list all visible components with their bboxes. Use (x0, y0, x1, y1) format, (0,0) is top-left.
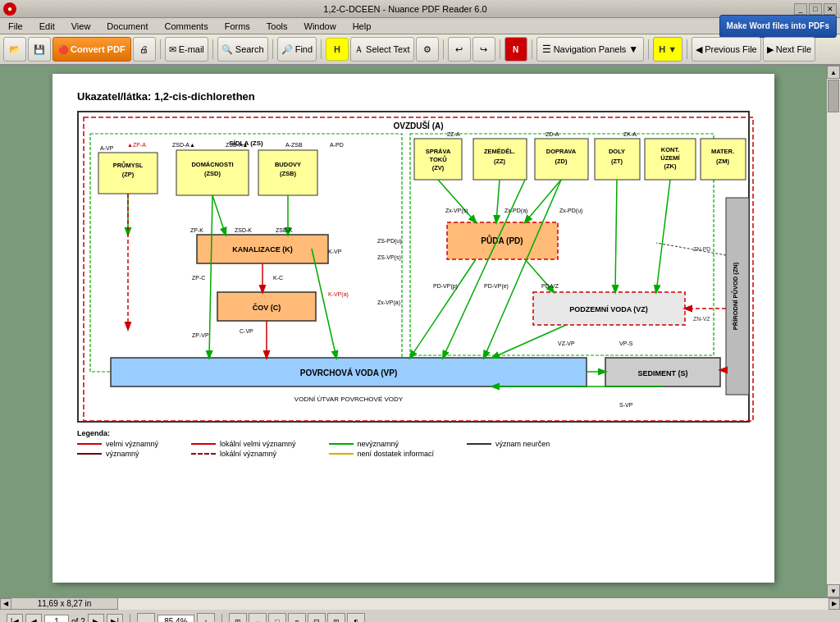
total-pages: 2 (80, 617, 85, 622)
undo-button[interactable]: ↩ (448, 37, 471, 62)
diagram-container: OVZDUŠÍ (A) PRŮMYSL (ZP) SÍDLA (ZS) DOMÁ… (77, 111, 750, 423)
convert-pdf-button[interactable]: 🔴 Convert PDF (52, 37, 131, 62)
maximize-button[interactable]: □ (809, 3, 822, 15)
legend-item-2: významný (77, 450, 158, 458)
scroll-right-button[interactable]: ▶ (829, 598, 840, 610)
email-button[interactable]: ✉ E-mail (165, 37, 208, 62)
single-page-button[interactable]: □ (268, 613, 286, 623)
open-button[interactable]: 📂 (3, 37, 26, 62)
menu-view[interactable]: View (66, 18, 96, 34)
page-of-label: of (71, 617, 78, 622)
svg-line-101 (484, 180, 561, 358)
last-page-button[interactable]: ▶| (107, 614, 123, 623)
menu-document[interactable]: Document (102, 18, 153, 34)
svg-text:(ZD): (ZD) (555, 158, 568, 165)
first-page-button[interactable]: |◀ (7, 614, 23, 623)
svg-text:A-PD: A-PD (330, 142, 344, 148)
nuance-button[interactable]: N (504, 37, 527, 62)
svg-text:TOKŮ: TOKŮ (429, 155, 446, 163)
svg-text:PODZEMNÍ VODA (VZ): PODZEMNÍ VODA (VZ) (569, 305, 648, 313)
print-button[interactable]: 🖨 (133, 37, 156, 62)
convert-label: Convert PDF (71, 44, 126, 54)
menu-forms[interactable]: Forms (220, 18, 255, 34)
pdf-page: Ukazatel/látka: 1,2-cis-dichlorethen OVZ… (52, 74, 774, 583)
page-number-input[interactable] (44, 615, 69, 623)
prev-file-button[interactable]: ◀ Previous File (692, 37, 761, 62)
scroll-bar-vertical[interactable]: ▲ ▼ (827, 66, 840, 597)
prev-file-icon: ◀ (696, 44, 702, 55)
redo-button[interactable]: ↪ (472, 37, 495, 62)
nav-dropdown-icon: ▼ (628, 43, 638, 55)
menu-help[interactable]: Help (348, 18, 377, 34)
two-page-button[interactable]: ⊟ (308, 613, 326, 623)
svg-text:(ZSB): (ZSB) (280, 170, 296, 177)
page-navigation[interactable]: |◀ ◀ of 2 ▶ ▶| (7, 614, 123, 623)
svg-line-60 (525, 180, 561, 222)
zoom-controls[interactable]: − 85,4% + (137, 613, 215, 623)
highlight-button[interactable]: H (326, 38, 349, 61)
svg-text:SEDIMENT (S): SEDIMENT (S) (637, 369, 687, 377)
settings-button[interactable]: ⚙ (416, 37, 439, 62)
find-button[interactable]: 🔎 Find (277, 37, 317, 62)
scroll-track-horizontal[interactable] (118, 598, 829, 610)
svg-text:Zx-PD(u): Zx-PD(u) (559, 208, 582, 214)
zoom-out-button[interactable]: − (137, 613, 155, 623)
minimize-button[interactable]: _ (794, 3, 807, 15)
prev-page-button[interactable]: ◀ (25, 614, 42, 623)
scroll-up-button[interactable]: ▲ (827, 66, 840, 79)
menu-file[interactable]: File (3, 18, 28, 34)
svg-text:ZEMĚDĚL.: ZEMĚDĚL. (484, 148, 515, 155)
menu-edit[interactable]: Edit (34, 18, 60, 34)
svg-text:ZSD-A▲: ZSD-A▲ (172, 142, 195, 148)
next-file-button[interactable]: ▶ Next File (763, 37, 815, 62)
save-button[interactable]: 💾 (28, 37, 51, 62)
svg-line-59 (496, 180, 500, 222)
nav-panel-icon: ☰ (542, 43, 551, 55)
svg-text:ČOV (C): ČOV (C) (253, 303, 281, 312)
svg-text:ZP-K: ZP-K (190, 227, 203, 233)
svg-line-58 (438, 180, 476, 222)
next-page-button[interactable]: ▶ (88, 614, 104, 623)
svg-text:ZSB-K: ZSB-K (276, 227, 293, 233)
menu-window[interactable]: Window (299, 18, 341, 34)
select-text-button[interactable]: Ａ Select Text (350, 37, 414, 62)
menu-comments[interactable]: Comments (160, 18, 213, 34)
close-button[interactable]: ✕ (824, 3, 837, 15)
svg-text:MATER.: MATER. (711, 148, 734, 155)
svg-text:ÚZEMÍ: ÚZEMÍ (660, 154, 680, 162)
toolbar-separator-3 (272, 39, 273, 59)
svg-text:ZN-VZ: ZN-VZ (693, 316, 710, 322)
svg-text:VP-S: VP-S (619, 341, 633, 346)
toolbar-separator-7 (532, 39, 532, 59)
legend-label-5: nevýznamný (358, 440, 399, 448)
svg-text:(ZV): (ZV) (432, 164, 445, 172)
highlight-mode-button[interactable]: H ▼ (653, 37, 682, 62)
fit-width-button[interactable]: ↔ (249, 613, 267, 623)
scroll-track-vertical[interactable] (827, 79, 840, 584)
reflow-button[interactable]: ¶ (347, 613, 365, 623)
facing-button[interactable]: ⊞ (327, 613, 345, 623)
svg-text:A-VP: A-VP (100, 145, 114, 151)
scroll-thumb-vertical[interactable] (828, 80, 839, 112)
svg-text:ZD-A: ZD-A (546, 131, 559, 137)
menu-tools[interactable]: Tools (262, 18, 293, 34)
legend-label-4: lokální významný (220, 450, 276, 458)
scroll-left-button[interactable]: ◀ (0, 598, 11, 610)
svg-text:ZS-PD(u): ZS-PD(u) (377, 238, 402, 245)
navigation-panels-button[interactable]: ☰ Navigation Panels ▼ (536, 37, 645, 62)
continuous-button[interactable]: ≡ (288, 613, 306, 623)
scroll-bar-horizontal[interactable]: ◀ 11,69 x 8,27 in ▶ (0, 597, 840, 609)
fit-page-button[interactable]: ⊞ (229, 613, 247, 623)
legend-item-4: lokální významný (191, 450, 296, 458)
view-buttons[interactable]: ⊞ ↔ □ ≡ ⊟ ⊞ ¶ (229, 613, 365, 623)
prev-file-label: Previous File (705, 44, 757, 54)
highlight-icon: H (334, 44, 340, 54)
search-button[interactable]: 🔍 Search (217, 37, 268, 62)
legend-title: Legenda: (77, 429, 750, 437)
zoom-in-button[interactable]: + (197, 613, 215, 623)
toolbar-separator-9 (687, 39, 687, 59)
make-word-button[interactable]: Make Word files into PDFs (719, 15, 837, 38)
svg-text:Zx-PD(a): Zx-PD(a) (504, 208, 527, 214)
scroll-down-button[interactable]: ▼ (827, 584, 840, 597)
window-controls[interactable]: _ □ ✕ (794, 3, 837, 15)
